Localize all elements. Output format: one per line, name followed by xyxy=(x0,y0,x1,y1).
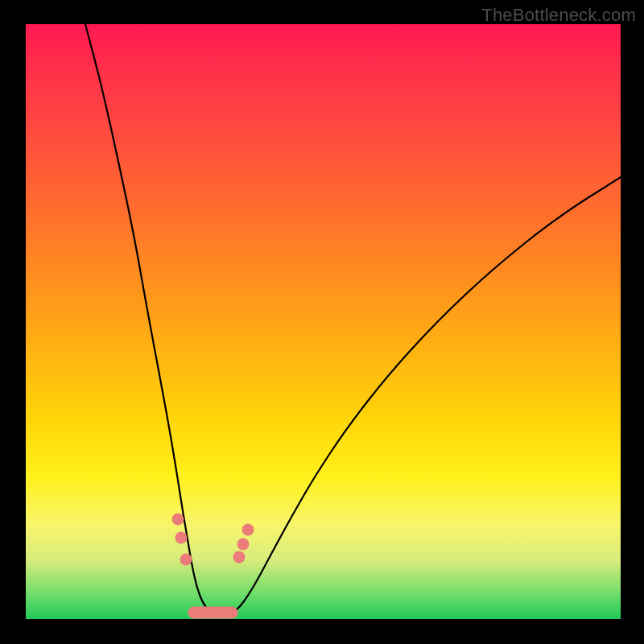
bottleneck-curve xyxy=(85,24,621,615)
marker-dot xyxy=(237,539,250,551)
curve-layer xyxy=(26,24,621,619)
marker-dot xyxy=(180,554,192,566)
marker-dot xyxy=(172,514,184,526)
marker-dot xyxy=(242,524,254,536)
watermark-text: TheBottleneck.com xyxy=(481,5,636,26)
markers-right-limb xyxy=(233,524,254,564)
chart-frame: TheBottleneck.com xyxy=(0,0,644,644)
marker-dot xyxy=(233,551,246,564)
markers-left-limb xyxy=(172,514,192,566)
marker-dot xyxy=(175,532,188,544)
plot-area xyxy=(26,24,621,619)
